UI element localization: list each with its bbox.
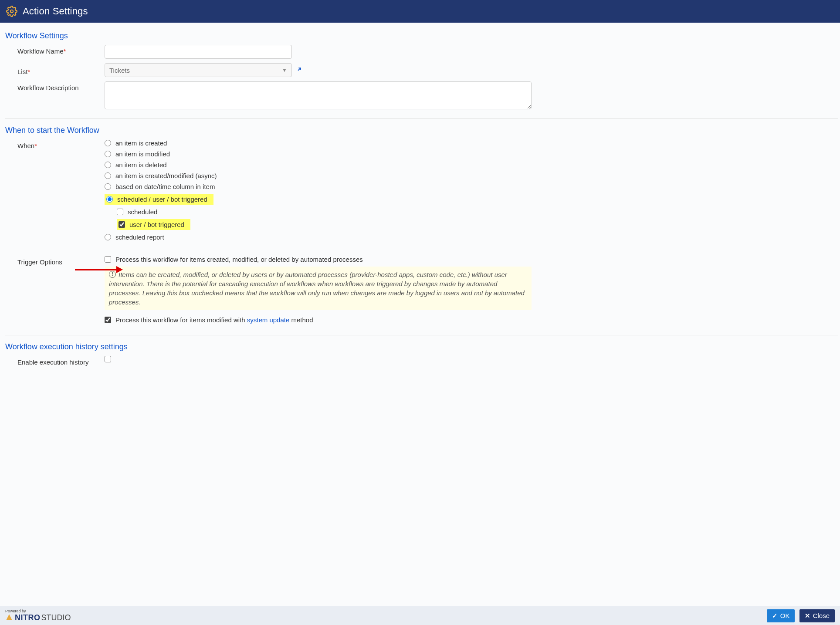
dialog-body: Workflow Settings Workflow Name* List* T… bbox=[0, 23, 840, 606]
open-list-external-icon[interactable] bbox=[296, 66, 302, 74]
radio-item-modified[interactable] bbox=[105, 151, 111, 157]
footer-brand-main: NITRO bbox=[15, 613, 41, 622]
footer-logo: Powered by NITRO STUDIO bbox=[5, 609, 71, 622]
checkbox-process-automated[interactable] bbox=[105, 256, 111, 263]
section-workflow-settings-title: Workflow Settings bbox=[5, 31, 838, 41]
workflow-description-label: Workflow Description bbox=[17, 81, 105, 91]
footer-powered-by: Powered by bbox=[5, 609, 26, 613]
radio-item-created-modified-async[interactable] bbox=[105, 172, 111, 179]
system-update-link[interactable]: system update bbox=[247, 316, 290, 324]
radio-scheduled-report-label: scheduled report bbox=[115, 233, 164, 241]
radio-scheduled-user-bot-highlighted: scheduled / user / bot triggered bbox=[105, 194, 213, 205]
svg-marker-3 bbox=[6, 614, 12, 620]
radio-scheduled-user-bot-label: scheduled / user / bot triggered bbox=[117, 196, 207, 203]
svg-point-0 bbox=[10, 10, 14, 13]
radio-item-created-label: an item is created bbox=[115, 139, 167, 147]
close-icon: ✕ bbox=[805, 612, 810, 620]
close-button[interactable]: ✕ Close bbox=[799, 609, 835, 622]
list-select[interactable]: Tickets ▼ bbox=[105, 63, 292, 77]
radio-item-deleted[interactable] bbox=[105, 162, 111, 168]
checkbox-user-bot[interactable] bbox=[119, 221, 125, 228]
checkbox-enable-exec-history[interactable] bbox=[105, 356, 111, 362]
radio-item-deleted-label: an item is deleted bbox=[115, 161, 167, 169]
info-icon: ! bbox=[109, 271, 116, 278]
radio-scheduled-user-bot[interactable] bbox=[106, 196, 113, 203]
enable-exec-history-label: Enable execution history bbox=[17, 356, 105, 366]
checkbox-process-system-update[interactable] bbox=[105, 317, 111, 323]
list-label: List* bbox=[17, 65, 105, 75]
gear-icon bbox=[6, 6, 17, 17]
checkbox-scheduled-label: scheduled bbox=[128, 208, 157, 216]
ok-button[interactable]: ✓ OK bbox=[767, 609, 795, 622]
workflow-name-label: Workflow Name* bbox=[17, 45, 105, 55]
footer-bar: Powered by NITRO STUDIO ✓ OK ✕ Close bbox=[0, 606, 840, 625]
checkbox-user-bot-label: user / bot triggered bbox=[129, 221, 184, 228]
radio-scheduled-report[interactable] bbox=[105, 234, 111, 240]
radio-date-time-column-label: based on date/time column in item bbox=[115, 183, 215, 190]
workflow-name-input[interactable] bbox=[105, 45, 292, 59]
checkbox-scheduled[interactable] bbox=[117, 209, 123, 215]
list-select-value: Tickets bbox=[109, 67, 130, 74]
section-history-title: Workflow execution history settings bbox=[5, 342, 838, 351]
footer-brand-sub: STUDIO bbox=[41, 613, 71, 622]
radio-item-created[interactable] bbox=[105, 140, 111, 146]
radio-date-time-column[interactable] bbox=[105, 183, 111, 190]
check-icon: ✓ bbox=[772, 612, 778, 620]
trigger-options-label: Trigger Options bbox=[17, 256, 105, 266]
page-title: Action Settings bbox=[23, 6, 88, 17]
caret-down-icon: ▼ bbox=[282, 67, 287, 73]
nitro-logo-icon bbox=[5, 613, 13, 622]
workflow-description-textarea[interactable] bbox=[105, 81, 532, 109]
trigger-info-note: !Items can be created, modified, or dele… bbox=[105, 267, 532, 310]
checkbox-process-automated-label: Process this workflow for items created,… bbox=[115, 256, 363, 263]
titlebar: Action Settings bbox=[0, 0, 840, 23]
radio-item-created-modified-async-label: an item is created/modified (async) bbox=[115, 172, 217, 179]
section-when-title: When to start the Workflow bbox=[5, 126, 838, 135]
radio-item-modified-label: an item is modified bbox=[115, 150, 170, 158]
checkbox-user-bot-highlighted: user / bot triggered bbox=[117, 219, 190, 230]
checkbox-process-system-update-label: Process this workflow for items modified… bbox=[115, 316, 313, 324]
when-label: When* bbox=[17, 139, 105, 149]
